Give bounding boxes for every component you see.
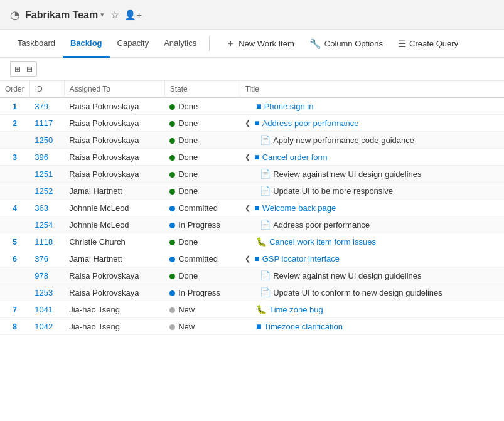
cell-assigned-to: Jia-hao Tseng xyxy=(64,318,164,335)
title-text[interactable]: Apply new performance code guidance xyxy=(273,136,414,145)
state-label: Committed xyxy=(178,203,218,213)
cell-id[interactable]: 1250 xyxy=(29,132,64,149)
toolbar: ⊞ ⊟ xyxy=(0,58,504,81)
state-dot-icon xyxy=(169,172,175,178)
cell-assigned-to: Jamal Hartnett xyxy=(64,250,164,267)
cell-id[interactable]: 1253 xyxy=(29,284,64,301)
title-text[interactable]: Phone sign in xyxy=(264,102,314,111)
cell-order xyxy=(0,267,29,284)
row-expand-chevron-icon[interactable]: ❮ xyxy=(245,119,250,127)
cell-assigned-to: Christie Church xyxy=(64,233,164,250)
task-icon: 📄 xyxy=(260,186,271,196)
work-item-id-link[interactable]: 1118 xyxy=(35,237,53,247)
cell-id[interactable]: 1118 xyxy=(29,233,64,250)
row-expand-chevron-icon[interactable]: ❮ xyxy=(245,153,250,161)
work-item-id-link[interactable]: 1253 xyxy=(35,288,53,297)
title-cell-content: 🐛 Cancel work item form issues xyxy=(245,237,499,247)
cell-assigned-to: Raisa Pokrovskaya xyxy=(64,284,164,301)
cell-id[interactable]: 978 xyxy=(29,267,64,284)
cell-id[interactable]: 1252 xyxy=(29,183,64,200)
column-options-button[interactable]: 🔧 Column Options xyxy=(303,36,389,52)
cell-id[interactable]: 396 xyxy=(29,149,64,166)
col-header-state[interactable]: State xyxy=(164,81,240,98)
cell-id[interactable]: 1117 xyxy=(29,115,64,132)
cell-state: Done xyxy=(164,149,240,166)
col-header-id[interactable]: ID xyxy=(29,81,64,98)
expand-collapse-button[interactable]: ⊞ ⊟ xyxy=(10,61,37,77)
title-text[interactable]: Address poor performance xyxy=(262,119,359,128)
work-item-id-link[interactable]: 363 xyxy=(35,203,48,213)
cell-id[interactable]: 363 xyxy=(29,200,64,216)
order-number: 8 xyxy=(13,322,17,331)
title-text[interactable]: Update UI to conform to new design guide… xyxy=(273,288,442,297)
title-text[interactable]: Timezone clarification xyxy=(264,322,343,331)
title-text[interactable]: Time zone bug xyxy=(269,305,323,314)
state-dot-icon xyxy=(169,223,175,228)
create-query-button[interactable]: ☰ Create Query xyxy=(392,36,464,52)
work-item-id-link[interactable]: 1117 xyxy=(35,119,53,128)
tab-taskboard[interactable]: Taskboard xyxy=(10,30,63,58)
title-cell-content: 📄 Apply new performance code guidance xyxy=(245,135,499,145)
cell-assigned-to: Raisa Pokrovskaya xyxy=(64,115,164,132)
collapse-icon: ⊟ xyxy=(24,63,35,75)
team-chevron-icon[interactable]: ▾ xyxy=(100,11,104,19)
col-header-title[interactable]: Title xyxy=(240,81,504,98)
backlog-table-container: Order ID Assigned To State Title 1379Rai… xyxy=(0,81,504,335)
state-dot-icon xyxy=(169,274,175,279)
cell-title: ■ Phone sign in xyxy=(240,98,504,115)
table-row: 21117Raisa PokrovskayaDone ❮ ■ Address p… xyxy=(0,115,504,132)
add-person-icon[interactable]: 👤+ xyxy=(124,9,142,21)
cell-id[interactable]: 1251 xyxy=(29,166,64,183)
cell-assigned-to: Johnnie McLeod xyxy=(64,216,164,233)
row-expand-chevron-icon[interactable]: ❮ xyxy=(245,204,250,212)
title-text[interactable]: Review against new UI design guidelines xyxy=(273,169,421,179)
cell-assigned-to: Raisa Pokrovskaya xyxy=(64,132,164,149)
work-item-id-link[interactable]: 1041 xyxy=(35,305,53,314)
cell-id[interactable]: 379 xyxy=(29,98,64,115)
work-item-id-link[interactable]: 1250 xyxy=(35,136,53,145)
row-expand-chevron-icon[interactable]: ❮ xyxy=(245,255,250,263)
cell-id[interactable]: 376 xyxy=(29,250,64,267)
work-item-id-link[interactable]: 978 xyxy=(35,271,48,280)
title-text[interactable]: Cancel work item form issues xyxy=(269,237,376,247)
state-dot-icon xyxy=(169,324,175,330)
task-icon: 📄 xyxy=(260,287,271,297)
work-item-id-link[interactable]: 376 xyxy=(35,254,48,264)
title-text[interactable]: Update UI to be more responsive xyxy=(273,186,393,196)
favorite-star-icon[interactable]: ☆ xyxy=(110,9,119,21)
title-text[interactable]: Welcome back page xyxy=(262,203,336,213)
work-item-id-link[interactable]: 1252 xyxy=(35,186,53,196)
epic-icon: ■ xyxy=(254,152,259,162)
new-work-item-button[interactable]: ＋ New Work Item xyxy=(220,35,301,52)
tab-backlog[interactable]: Backlog xyxy=(63,30,110,58)
work-item-id-link[interactable]: 1254 xyxy=(35,220,53,230)
table-row: 1379Raisa PokrovskayaDone ■ Phone sign i… xyxy=(0,98,504,115)
work-item-id-link[interactable]: 379 xyxy=(35,102,48,111)
cell-state: Done xyxy=(164,98,240,115)
cell-state: Done xyxy=(164,267,240,284)
title-text[interactable]: Address poor performance xyxy=(273,220,370,230)
cell-title: 📄 Review against new UI design guideline… xyxy=(240,166,504,183)
title-text[interactable]: Review against new UI design guidelines xyxy=(273,271,421,280)
tab-analytics[interactable]: Analytics xyxy=(156,30,204,58)
work-item-id-link[interactable]: 396 xyxy=(35,152,48,162)
work-item-id-link[interactable]: 1251 xyxy=(35,169,53,179)
cell-state: Done xyxy=(164,233,240,250)
cell-state: Committed xyxy=(164,250,240,267)
col-header-assigned[interactable]: Assigned To xyxy=(64,81,164,98)
cell-state: In Progress xyxy=(164,216,240,233)
cell-id[interactable]: 1041 xyxy=(29,301,64,318)
order-number: 6 xyxy=(13,255,17,264)
title-text[interactable]: Cancel order form xyxy=(262,152,328,162)
work-item-id-link[interactable]: 1042 xyxy=(35,322,53,331)
col-header-order[interactable]: Order xyxy=(0,81,29,98)
state-dot-icon xyxy=(169,104,175,110)
tab-capacity[interactable]: Capacity xyxy=(110,30,157,58)
title-text[interactable]: GSP locator interface xyxy=(262,254,340,264)
cell-id[interactable]: 1042 xyxy=(29,318,64,335)
table-row: 3396Raisa PokrovskayaDone ❮ ■ Cancel ord… xyxy=(0,149,504,166)
cell-id[interactable]: 1254 xyxy=(29,216,64,233)
cell-order: 1 xyxy=(0,98,29,115)
title-cell-content: 🐛 Time zone bug xyxy=(245,304,499,314)
table-row: 978Raisa PokrovskayaDone 📄 Review agains… xyxy=(0,267,504,284)
